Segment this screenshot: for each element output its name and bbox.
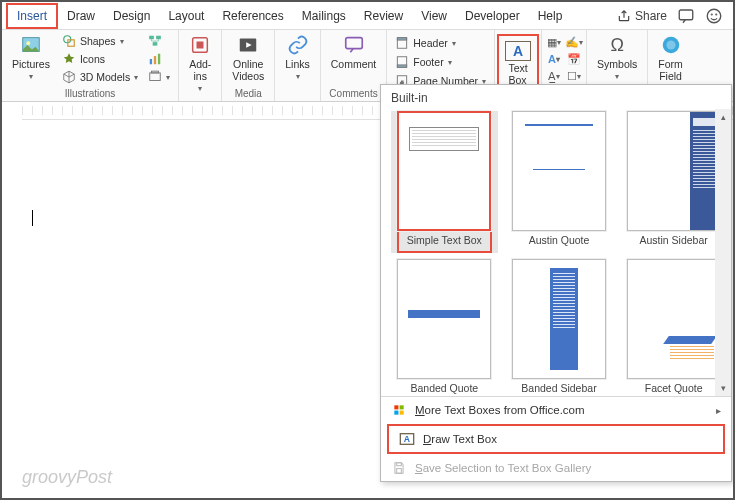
chart-icon: [148, 52, 162, 66]
links-button[interactable]: Links ▾: [281, 32, 314, 83]
date-time-button[interactable]: 📅: [566, 51, 582, 67]
tab-layout[interactable]: Layout: [159, 5, 213, 27]
group-illustrations: Pictures ▾ Shapes ▾ Icons 3D Models ▾ ▾ …: [2, 30, 179, 101]
svg-rect-35: [397, 469, 402, 474]
vertical-ruler[interactable]: [4, 102, 20, 498]
feedback-smile-icon[interactable]: [705, 7, 723, 25]
shapes-icon: [62, 34, 76, 48]
comment-label: Comment: [331, 58, 377, 70]
more-text-boxes-menuitem[interactable]: More Text Boxes from Office.com ▸: [381, 397, 731, 423]
group-media: Online Videos Media: [222, 30, 275, 101]
gallery-item-facet-quote[interactable]: Facet Quote: [620, 259, 727, 396]
tab-design[interactable]: Design: [104, 5, 159, 27]
chart-button[interactable]: [146, 50, 172, 68]
wordart-button[interactable]: A▾: [546, 51, 562, 67]
gallery-item-banded-sidebar[interactable]: Banded Sidebar: [506, 259, 613, 396]
svg-rect-30: [394, 411, 398, 415]
quick-parts-button[interactable]: ▦▾: [546, 34, 562, 50]
chevron-down-icon: ▾: [120, 37, 124, 46]
chevron-down-icon: ▾: [296, 72, 300, 81]
footer-icon: [395, 55, 409, 69]
screenshot-button[interactable]: ▾: [146, 68, 172, 86]
header-label: Header: [413, 37, 447, 49]
addins-icon: [189, 34, 211, 56]
dropdown-footer: More Text Boxes from Office.com ▸ A Draw…: [381, 396, 731, 481]
group-comments: Comment Comments: [321, 30, 388, 101]
tab-draw[interactable]: Draw: [58, 5, 104, 27]
tab-view[interactable]: View: [412, 5, 456, 27]
addins-button[interactable]: Add- ins ▾: [185, 32, 215, 95]
text-cursor: [32, 210, 33, 226]
svg-rect-19: [345, 38, 362, 49]
draw-text-box-menuitem[interactable]: A Draw Text Box: [387, 424, 725, 454]
gallery-label: Banded Sidebar: [521, 379, 596, 396]
tab-references[interactable]: References: [213, 5, 292, 27]
svg-rect-0: [679, 10, 693, 20]
svg-rect-10: [153, 42, 158, 46]
share-icon: [617, 9, 631, 23]
icons-button[interactable]: Icons: [60, 50, 140, 68]
tab-insert[interactable]: Insert: [6, 3, 58, 29]
scroll-up-icon[interactable]: ▴: [715, 109, 731, 125]
share-label: Share: [635, 9, 667, 23]
group-links: Links ▾: [275, 30, 321, 101]
comment-button[interactable]: Comment: [327, 32, 381, 72]
online-videos-button[interactable]: Online Videos: [228, 32, 268, 84]
gallery-label: Austin Sidebar: [640, 231, 708, 251]
chevron-down-icon: ▾: [198, 84, 202, 93]
online-videos-label: Online Videos: [232, 58, 264, 82]
gallery-item-simple-text-box[interactable]: Simple Text Box: [391, 111, 498, 253]
gallery-label: Simple Text Box: [397, 231, 492, 253]
smartart-icon: [148, 34, 162, 48]
save-icon: [391, 460, 407, 476]
tab-help[interactable]: Help: [529, 5, 572, 27]
object-button[interactable]: ☐▾: [566, 68, 582, 84]
drop-cap-button[interactable]: A̲▾: [546, 68, 562, 84]
form-field-label: Form Field: [658, 58, 683, 82]
dropdown-scrollbar[interactable]: ▴ ▾: [715, 109, 731, 396]
svg-rect-17: [197, 42, 203, 48]
svg-rect-28: [394, 405, 398, 409]
gallery-item-banded-quote[interactable]: Banded Quote: [391, 259, 498, 396]
gallery-item-austin-sidebar[interactable]: Austin Sidebar: [620, 111, 727, 253]
link-icon: [287, 34, 309, 56]
omega-icon: Ω: [606, 34, 628, 56]
shapes-button[interactable]: Shapes ▾: [60, 32, 140, 50]
header-button[interactable]: Header ▾: [393, 34, 488, 52]
video-icon: [237, 34, 259, 56]
chevron-right-icon: ▸: [716, 405, 721, 416]
group-label-illustrations: Illustrations: [8, 87, 172, 101]
dropdown-section-header: Built-in: [381, 85, 731, 109]
svg-rect-31: [400, 411, 404, 415]
tab-mailings[interactable]: Mailings: [293, 5, 355, 27]
smartart-button[interactable]: [146, 32, 172, 50]
share-button[interactable]: Share: [617, 9, 667, 23]
gallery-item-austin-quote[interactable]: Austin Quote: [506, 111, 613, 253]
comments-icon[interactable]: [677, 7, 695, 25]
tab-developer[interactable]: Developer: [456, 5, 529, 27]
svg-rect-15: [152, 71, 159, 73]
footer-button[interactable]: Footer ▾: [393, 53, 488, 71]
pictures-button[interactable]: Pictures ▾: [8, 32, 54, 83]
ribbon-tabs: Insert Draw Design Layout References Mai…: [2, 2, 733, 30]
gallery-label: Banded Quote: [410, 379, 478, 396]
svg-rect-7: [68, 40, 74, 46]
header-icon: [395, 36, 409, 50]
svg-rect-14: [150, 73, 161, 81]
draw-text-box-label: Draw Text Box: [423, 433, 497, 445]
group-label-media: Media: [228, 87, 268, 101]
svg-point-2: [711, 14, 712, 15]
form-field-button[interactable]: Form Field: [654, 32, 687, 84]
text-box-icon: A: [505, 41, 531, 61]
svg-rect-9: [156, 36, 161, 40]
tab-review[interactable]: Review: [355, 5, 412, 27]
3d-models-button[interactable]: 3D Models ▾: [60, 68, 140, 86]
chevron-down-icon: ▾: [134, 73, 138, 82]
svg-point-27: [666, 40, 675, 49]
links-label: Links: [285, 58, 310, 70]
signature-line-button[interactable]: ✍▾: [566, 34, 582, 50]
comment-icon: [343, 34, 365, 56]
save-selection-menuitem: Save Selection to Text Box Gallery: [381, 455, 731, 481]
symbols-button[interactable]: Ω Symbols ▾: [593, 32, 641, 83]
scroll-down-icon[interactable]: ▾: [715, 380, 731, 396]
